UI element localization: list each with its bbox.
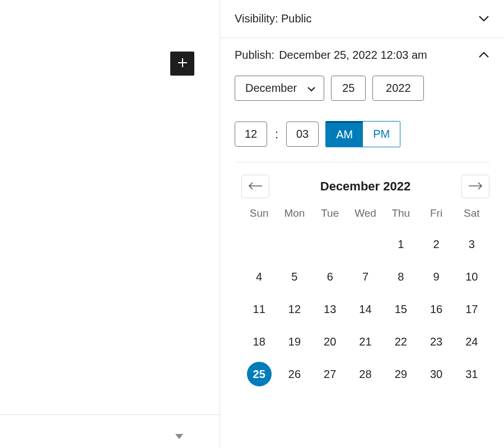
calendar-day[interactable]: 8 — [389, 264, 413, 289]
calendar-day[interactable]: 28 — [353, 362, 377, 386]
calendar-dow: Thu — [383, 207, 418, 224]
calendar-day[interactable]: 21 — [353, 329, 377, 354]
calendar-day[interactable]: 11 — [247, 297, 272, 321]
calendar-grid: SunMonTueWedThuFriSat1234567891011121314… — [241, 207, 489, 386]
calendar-dow: Tue — [312, 207, 348, 224]
calendar-day[interactable]: 15 — [389, 297, 413, 321]
calendar-day[interactable]: 12 — [282, 297, 307, 321]
visibility-value: Public — [281, 12, 311, 25]
time-colon: : — [274, 127, 279, 142]
publish-label-group: Publish: December 25, 2022 12:03 am — [235, 48, 427, 62]
calendar-day[interactable]: 18 — [247, 329, 272, 354]
calendar-day[interactable]: 26 — [282, 362, 307, 386]
editor-divider — [0, 414, 220, 415]
arrow-right-icon — [468, 182, 483, 192]
calendar-day[interactable]: 23 — [424, 329, 449, 354]
block-inserter-button[interactable] — [170, 52, 194, 76]
chevron-down-icon — [478, 14, 489, 24]
calendar-dow: Fri — [418, 207, 454, 224]
day-input[interactable]: 25 — [331, 76, 366, 101]
datetime-inputs: December 25 2022 12 : 03 AM PM — [220, 62, 504, 147]
calendar-empty-cell — [247, 232, 272, 256]
calendar-dow: Sun — [241, 207, 277, 224]
calendar-day[interactable]: 17 — [459, 297, 484, 321]
calendar-day[interactable]: 27 — [318, 362, 342, 386]
month-select-value: December — [245, 82, 297, 95]
calendar-day[interactable]: 3 — [459, 232, 484, 256]
calendar-empty-cell — [282, 232, 307, 256]
triangle-down-icon — [175, 432, 184, 442]
calendar-day[interactable]: 22 — [389, 329, 413, 354]
calendar-title: December 2022 — [320, 179, 410, 194]
calendar: December 2022 SunMonTueWedThuFriSat12345… — [220, 162, 504, 386]
publish-label: Publish: — [235, 49, 274, 62]
pm-button[interactable]: PM — [363, 122, 400, 147]
calendar-day[interactable]: 1 — [389, 232, 413, 256]
calendar-day[interactable]: 14 — [353, 297, 377, 321]
calendar-header: December 2022 — [241, 175, 489, 198]
chevron-up-icon — [478, 50, 489, 60]
calendar-empty-cell — [353, 232, 377, 256]
calendar-day[interactable]: 24 — [459, 329, 484, 354]
calendar-day[interactable]: 16 — [424, 297, 449, 321]
calendar-dow: Mon — [277, 207, 312, 224]
template-disclosure-button[interactable] — [175, 432, 184, 442]
plus-icon — [176, 57, 189, 71]
calendar-day[interactable]: 19 — [282, 329, 307, 354]
calendar-day[interactable]: 4 — [247, 264, 272, 289]
visibility-label: Visibility: — [235, 12, 278, 25]
chevron-down-icon — [307, 82, 316, 95]
am-button[interactable]: AM — [326, 122, 363, 147]
calendar-day[interactable]: 30 — [424, 362, 449, 386]
year-input[interactable]: 2022 — [372, 76, 424, 101]
ampm-toggle: AM PM — [325, 121, 400, 147]
calendar-dow: Sat — [454, 207, 489, 224]
calendar-empty-cell — [318, 232, 342, 256]
publish-row[interactable]: Publish: December 25, 2022 12:03 am — [220, 38, 504, 62]
calendar-next-button[interactable] — [461, 175, 489, 198]
calendar-prev-button[interactable] — [241, 175, 269, 198]
calendar-day[interactable]: 10 — [459, 264, 484, 289]
publish-value: December 25, 2022 12:03 am — [279, 48, 427, 62]
month-select[interactable]: December — [235, 76, 324, 101]
calendar-day[interactable]: 9 — [424, 264, 449, 289]
calendar-day[interactable]: 7 — [353, 264, 377, 289]
calendar-day[interactable]: 25 — [247, 362, 272, 386]
visibility-label-group: Visibility: Public — [235, 12, 311, 25]
arrow-left-icon — [248, 182, 263, 192]
visibility-row[interactable]: Visibility: Public — [220, 0, 504, 38]
calendar-day[interactable]: 31 — [459, 362, 484, 386]
calendar-day[interactable]: 2 — [424, 232, 449, 256]
calendar-dow: Wed — [348, 207, 383, 224]
settings-sidebar: Visibility: Public Publish: December 25,… — [220, 0, 504, 448]
calendar-day[interactable]: 5 — [282, 264, 307, 289]
hour-input[interactable]: 12 — [235, 122, 267, 147]
editor-canvas — [0, 0, 220, 448]
calendar-day[interactable]: 6 — [318, 264, 342, 289]
calendar-day[interactable]: 13 — [318, 297, 342, 321]
minute-input[interactable]: 03 — [286, 122, 319, 147]
calendar-day[interactable]: 20 — [318, 329, 342, 354]
calendar-day[interactable]: 29 — [389, 362, 413, 386]
